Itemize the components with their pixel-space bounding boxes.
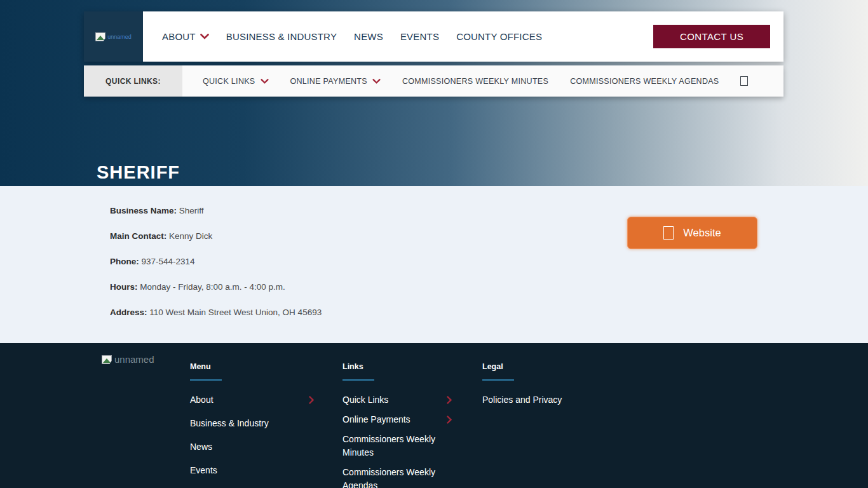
nav-item-label: ABOUT (162, 31, 196, 42)
nav-item-events[interactable]: EVENTS (400, 31, 439, 42)
footer-link-events[interactable]: Events (190, 464, 314, 477)
field-value: 110 West Main Street West Union, OH 4569… (149, 308, 322, 317)
contact-us-button[interactable]: CONTACT US (653, 25, 770, 48)
footer-heading: Links (342, 362, 452, 371)
footer-link-label: Events (190, 464, 217, 477)
nav-item-about[interactable]: ABOUT (162, 31, 209, 42)
logo-alt-text: unnamed (107, 34, 132, 40)
field-phone: Phone: 937-544-2314 (110, 257, 322, 266)
field-value: Kenny Dick (169, 231, 212, 241)
footer-column-menu: Menu About Business & Industry News Even… (190, 362, 314, 488)
quick-links-bar: QUICK LINKS: QUICK LINKS ONLINE PAYMENTS… (84, 65, 783, 97)
quick-links-caption: QUICK LINKS: (84, 65, 182, 97)
quickbar-item-label: ONLINE PAYMENTS (290, 77, 367, 86)
website-button-icon (663, 226, 674, 240)
field-label: Hours: (110, 282, 138, 292)
page-title: SHERIFF (97, 162, 180, 183)
website-button-label: Website (683, 227, 721, 239)
field-value: 937-544-2314 (142, 257, 195, 266)
quickbar-item-weekly-minutes[interactable]: COMMISSIONERS WEEKLY MINUTES (402, 77, 548, 86)
field-value: Monday - Friday, 8:00 a.m. - 4:00 p.m. (140, 282, 285, 292)
footer-link-label: About (190, 393, 214, 407)
broken-image-icon (95, 32, 105, 41)
nav-item-label: EVENTS (400, 31, 439, 42)
quickbar-item-label: QUICK LINKS (203, 77, 255, 86)
quickbar-item-label: COMMISSIONERS WEEKLY AGENDAS (570, 77, 719, 86)
footer-heading: Menu (190, 362, 314, 371)
field-hours: Hours: Monday - Friday, 8:00 a.m. - 4:00… (110, 282, 322, 292)
footer-link-label: Business & Industry (190, 417, 269, 430)
footer-heading: Legal (482, 362, 590, 371)
chevron-right-icon (447, 396, 452, 404)
header-bar: unnamed ABOUT BUSINESS & INDUSTRY NEWS E… (84, 11, 783, 62)
heading-underline (190, 379, 222, 381)
search-icon[interactable] (740, 76, 748, 86)
chevron-down-icon (372, 79, 381, 84)
chevron-right-icon (447, 416, 452, 424)
footer-link-label: Policies and Privacy (482, 393, 562, 407)
field-label: Phone: (110, 257, 139, 266)
field-label: Business Name: (110, 206, 177, 215)
field-business-name: Business Name: Sheriff (110, 206, 322, 215)
site-logo[interactable]: unnamed (84, 11, 143, 62)
footer: unnamed Menu About Business & Industry N… (0, 343, 868, 488)
nav-item-label: BUSINESS & INDUSTRY (226, 31, 337, 42)
footer-column-legal: Legal Policies and Privacy (482, 362, 590, 413)
quick-links-items: QUICK LINKS ONLINE PAYMENTS COMMISSIONER… (203, 77, 719, 86)
office-details: Business Name: Sheriff Main Contact: Ken… (110, 206, 322, 333)
main-nav: ABOUT BUSINESS & INDUSTRY NEWS EVENTS CO… (162, 31, 542, 42)
footer-link-business-industry[interactable]: Business & Industry (190, 417, 314, 430)
chevron-right-icon (309, 396, 314, 404)
footer-link-label: Commissioners Weekly Agendas (342, 466, 452, 488)
field-value: Sheriff (179, 206, 204, 215)
footer-link-weekly-minutes[interactable]: Commissioners Weekly Minutes (342, 433, 452, 459)
nav-item-business-industry[interactable]: BUSINESS & INDUSTRY (226, 31, 337, 42)
nav-item-label: COUNTY OFFICES (456, 31, 542, 42)
footer-link-label: Quick Links (342, 393, 388, 407)
field-main-contact: Main Contact: Kenny Dick (110, 231, 322, 241)
footer-link-label: Commissioners Weekly Minutes (342, 433, 452, 459)
footer-link-label: Online Payments (342, 413, 410, 426)
field-address: Address: 110 West Main Street West Union… (110, 308, 322, 317)
heading-underline (342, 379, 374, 381)
footer-logo-alt-text: unnamed (114, 354, 154, 365)
footer-link-weekly-agendas[interactable]: Commissioners Weekly Agendas (342, 466, 452, 488)
nav-item-news[interactable]: NEWS (354, 31, 383, 42)
quickbar-item-quick-links[interactable]: QUICK LINKS (203, 77, 269, 86)
heading-underline (482, 379, 514, 381)
field-label: Address: (110, 308, 147, 317)
footer-link-label: News (190, 440, 212, 454)
quickbar-item-label: COMMISSIONERS WEEKLY MINUTES (402, 77, 548, 86)
footer-column-links: Links Quick Links Online Payments Commis… (342, 362, 452, 488)
website-button[interactable]: Website (627, 217, 757, 249)
chevron-down-icon (261, 79, 269, 84)
nav-item-county-offices[interactable]: COUNTY OFFICES (456, 31, 542, 42)
quickbar-item-online-payments[interactable]: ONLINE PAYMENTS (290, 77, 381, 86)
footer-link-policies-privacy[interactable]: Policies and Privacy (482, 393, 590, 407)
footer-logo[interactable]: unnamed (102, 354, 154, 365)
nav-item-label: NEWS (354, 31, 383, 42)
quickbar-item-weekly-agendas[interactable]: COMMISSIONERS WEEKLY AGENDAS (570, 77, 719, 86)
content-area: Business Name: Sheriff Main Contact: Ken… (0, 186, 868, 343)
footer-link-news[interactable]: News (190, 440, 314, 454)
footer-link-about[interactable]: About (190, 393, 314, 407)
footer-link-online-payments[interactable]: Online Payments (342, 413, 452, 426)
broken-image-icon (102, 355, 112, 364)
footer-link-quick-links[interactable]: Quick Links (342, 393, 452, 407)
chevron-down-icon (200, 34, 209, 39)
field-label: Main Contact: (110, 231, 166, 241)
